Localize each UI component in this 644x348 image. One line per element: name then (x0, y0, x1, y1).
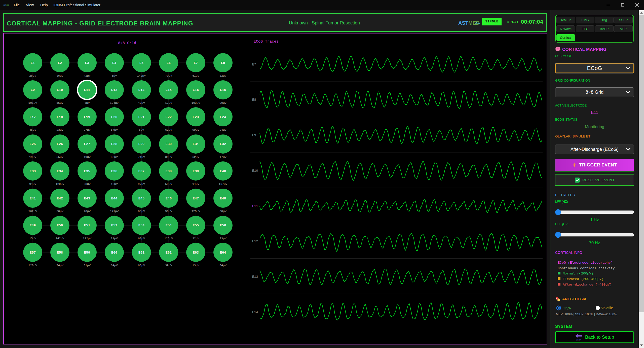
svg-text:E14: E14 (252, 310, 258, 314)
svg-text:E7: E7 (252, 63, 256, 66)
svg-text:E11: E11 (252, 204, 258, 208)
svg-text:E8: E8 (252, 98, 256, 102)
svg-text:E9: E9 (252, 133, 256, 137)
svg-text:E12: E12 (252, 239, 258, 243)
svg-text:E10: E10 (252, 169, 258, 173)
svg-text:E13: E13 (252, 275, 258, 279)
svg-text:BACK: BACK (576, 339, 581, 341)
